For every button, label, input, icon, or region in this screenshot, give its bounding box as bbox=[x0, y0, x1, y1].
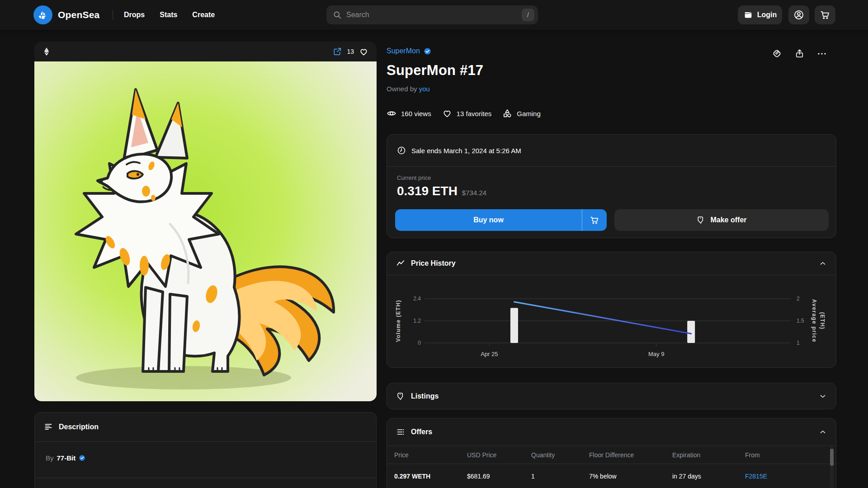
svg-text:Apr 25: Apr 25 bbox=[481, 351, 498, 357]
offers-header[interactable]: Offers bbox=[387, 418, 836, 446]
category-label: Gaming bbox=[517, 110, 541, 117]
price-history-header[interactable]: Price History bbox=[387, 252, 836, 275]
nav-links: Drops Stats Create bbox=[124, 0, 215, 30]
price-history-card: Price History 01.22.411.52Apr 25May 9Vol… bbox=[387, 252, 836, 368]
creator-link[interactable]: 77-Bit bbox=[57, 454, 76, 462]
line-chart-icon bbox=[396, 259, 405, 268]
sale-ends-row: Sale ends March 1, 2024 at 5:26 AM bbox=[387, 135, 836, 166]
svg-text:Volume (ETH): Volume (ETH) bbox=[395, 300, 401, 342]
views-stat: 160 views bbox=[387, 108, 431, 118]
owned-by: Owned by you bbox=[387, 85, 430, 93]
media-favorites-count: 13 bbox=[347, 48, 354, 55]
col-price: Price bbox=[394, 451, 467, 459]
nav-item-stats[interactable]: Stats bbox=[160, 11, 177, 19]
cart-button[interactable] bbox=[815, 5, 835, 24]
svg-text:1.5: 1.5 bbox=[797, 318, 804, 324]
description-card: Description By 77-Bit bbox=[34, 412, 377, 488]
login-button[interactable]: Login bbox=[738, 5, 782, 24]
col-quantity: Quantity bbox=[531, 451, 589, 459]
collection-row: SuperMon bbox=[387, 45, 431, 57]
make-offer-button[interactable]: Make offer bbox=[614, 209, 829, 231]
offer-floor-difference: 7% below bbox=[589, 473, 672, 480]
cart-icon bbox=[820, 9, 830, 20]
svg-text:Average price: Average price bbox=[811, 299, 817, 343]
owner-link[interactable]: you bbox=[419, 85, 430, 93]
offer-quantity: 1 bbox=[531, 473, 589, 480]
wallet-icon bbox=[743, 10, 753, 20]
media-header: 13 bbox=[34, 42, 377, 61]
sale-ends-text: Sale ends March 1, 2024 at 5:26 AM bbox=[411, 147, 521, 155]
nft-media-card: 13 bbox=[34, 42, 377, 401]
chevron-up-icon[interactable] bbox=[819, 259, 827, 267]
offer-from-link[interactable]: F2815E bbox=[745, 473, 821, 480]
offers-scrollbar-thumb[interactable] bbox=[830, 449, 834, 466]
add-to-cart-button[interactable] bbox=[582, 209, 607, 231]
cart-icon bbox=[590, 215, 599, 225]
svg-text:May 9: May 9 bbox=[648, 351, 664, 357]
more-options-icon[interactable] bbox=[816, 48, 827, 59]
views-label: 160 views bbox=[401, 110, 431, 117]
col-expiration: Expiration bbox=[672, 451, 745, 459]
offer-expiration: in 27 days bbox=[672, 473, 745, 480]
item-actions bbox=[771, 48, 827, 59]
share-icon[interactable] bbox=[794, 48, 805, 59]
col-usd-price: USD Price bbox=[467, 451, 531, 459]
price-block: Current price 0.319 ETH $734.24 bbox=[397, 174, 486, 198]
external-link-icon[interactable] bbox=[333, 47, 342, 56]
price-history-chart: 01.22.411.52Apr 25May 9Volume (ETH)Avera… bbox=[387, 275, 836, 368]
divider bbox=[35, 441, 376, 442]
creator-row: By 77-Bit bbox=[46, 454, 85, 462]
chevron-up-icon[interactable] bbox=[819, 428, 827, 436]
profile-icon bbox=[793, 9, 804, 20]
nav-item-create[interactable]: Create bbox=[192, 11, 215, 19]
offer-usd-price: $681.69 bbox=[467, 473, 531, 480]
col-floor-difference: Floor Difference bbox=[589, 451, 672, 459]
price-usd: $734.24 bbox=[462, 189, 486, 197]
divider bbox=[387, 166, 836, 167]
price-history-title: Price History bbox=[411, 259, 456, 267]
svg-text:0: 0 bbox=[418, 340, 421, 346]
nav-item-drops[interactable]: Drops bbox=[124, 11, 145, 19]
svg-text:1.2: 1.2 bbox=[413, 318, 421, 324]
opensea-logo[interactable]: OpenSea bbox=[33, 5, 99, 24]
ethereum-icon bbox=[42, 47, 51, 56]
offer-row: 0.297 WETH $681.69 1 7% below in 27 days… bbox=[387, 464, 821, 488]
deal-icon[interactable] bbox=[771, 48, 783, 59]
login-label: Login bbox=[757, 11, 777, 19]
nav-divider bbox=[113, 10, 113, 20]
heart-icon[interactable] bbox=[359, 47, 368, 56]
svg-text:(ETH): (ETH) bbox=[819, 312, 826, 330]
search-bar: / bbox=[326, 5, 538, 24]
top-nav: OpenSea Drops Stats Create / Login bbox=[0, 0, 868, 30]
favorites-stat: 13 favorites bbox=[442, 108, 492, 118]
collection-link[interactable]: SuperMon bbox=[387, 47, 420, 55]
verified-badge-icon bbox=[424, 47, 431, 55]
purchase-buttons: Buy now Make offer bbox=[395, 209, 829, 231]
description-header[interactable]: Description bbox=[35, 413, 376, 441]
search-input[interactable] bbox=[346, 11, 517, 19]
category-stat[interactable]: Gaming bbox=[502, 108, 541, 118]
tag-icon bbox=[396, 392, 405, 401]
price-eth: 0.319 ETH bbox=[397, 184, 458, 198]
col-from: From bbox=[745, 451, 821, 459]
description-title: Description bbox=[59, 423, 99, 431]
offers-column-headers: Price USD Price Quantity Floor Differenc… bbox=[387, 446, 821, 464]
current-price-label: Current price bbox=[397, 174, 486, 181]
offers-card: Offers Price USD Price Quantity Floor Di… bbox=[387, 418, 836, 488]
search-icon bbox=[333, 10, 342, 19]
description-icon bbox=[44, 422, 53, 432]
item-stats: 160 views 13 favorites Gaming bbox=[387, 108, 541, 118]
listings-card: Listings bbox=[387, 383, 836, 409]
svg-text:2: 2 bbox=[797, 296, 800, 302]
svg-text:1: 1 bbox=[797, 340, 800, 346]
profile-button[interactable] bbox=[788, 5, 809, 24]
svg-text:2.4: 2.4 bbox=[413, 296, 421, 302]
heart-icon bbox=[442, 108, 452, 118]
verified-badge-icon bbox=[79, 455, 85, 461]
chevron-down-icon[interactable] bbox=[819, 392, 827, 400]
by-prefix: By bbox=[46, 454, 54, 462]
brand-name: OpenSea bbox=[58, 9, 99, 20]
listings-header[interactable]: Listings bbox=[387, 383, 836, 409]
offers-list-icon bbox=[396, 427, 405, 436]
buy-now-button[interactable]: Buy now bbox=[395, 209, 582, 231]
